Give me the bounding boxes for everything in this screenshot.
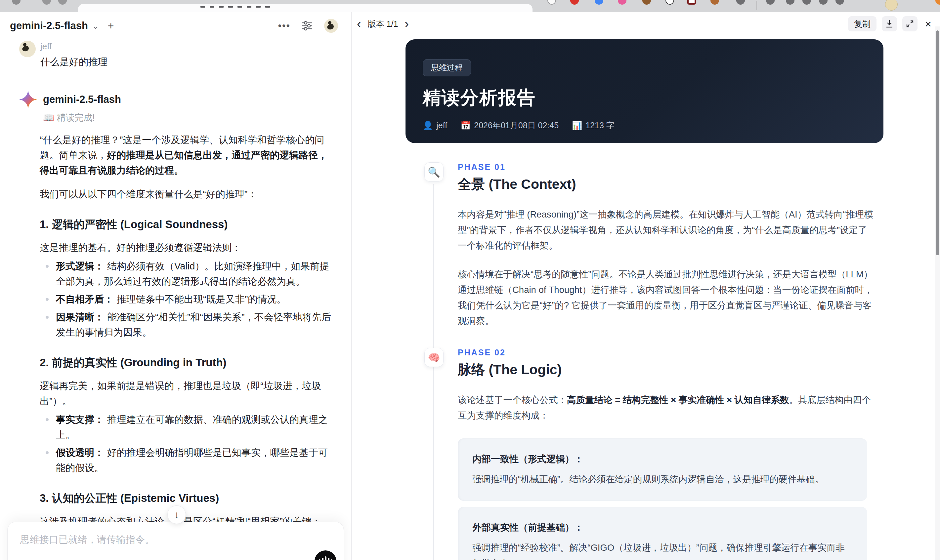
chevron-down-icon[interactable]: ⌄ — [92, 21, 99, 31]
section-lead: 这是推理的基石。好的推理必须遵循逻辑法则： — [40, 240, 335, 255]
brain-icon: 🧠 — [424, 348, 444, 367]
phase-label: PHASE 02 — [458, 348, 940, 357]
user-name: jeff — [40, 41, 108, 52]
dimension-card: 外部真实性（前提基础）： 强调推理的“经验校准”。解决“GIGO（垃圾进，垃圾出… — [458, 507, 867, 560]
user-message: jeff 什么是好的推理 — [19, 41, 333, 69]
close-icon[interactable]: × — [925, 17, 931, 31]
extension-icon[interactable] — [666, 0, 674, 5]
extension-icon[interactable] — [803, 0, 811, 5]
assistant-name: gemini-2.5-flash — [43, 94, 121, 105]
extension-icon[interactable] — [687, 0, 696, 5]
extension-icon[interactable] — [595, 0, 603, 5]
search-icon: 🔍 — [424, 162, 444, 182]
extension-icon[interactable] — [819, 0, 828, 5]
phase-section: 🔍 PHASE 01 全景 (The Context) 本内容是对“推理 (Re… — [405, 162, 940, 329]
browser-toolbar — [0, 0, 940, 12]
browser-icon[interactable] — [58, 0, 67, 5]
model-selector[interactable]: gemini-2.5-flash — [10, 20, 88, 32]
toolbar-divider — [757, 2, 757, 10]
extension-icon[interactable] — [547, 0, 556, 5]
version-next-icon[interactable]: › — [405, 17, 409, 30]
extension-icon[interactable] — [736, 0, 745, 5]
hero-badge: 思维过程 — [423, 59, 471, 76]
scroll-to-bottom-button[interactable]: ↓ — [167, 505, 186, 524]
gemini-logo-icon — [19, 91, 37, 108]
section-heading: 3. 认知的公正性 (Epistemic Virtues) — [40, 491, 335, 505]
chat-input-placeholder: 思维接口已就绪，请传输指令。 — [20, 533, 331, 546]
report-title: 精读分析报告 — [423, 86, 866, 110]
author-name: jeff — [436, 121, 447, 130]
browser-icon[interactable] — [42, 0, 51, 5]
settings-sliders-icon[interactable] — [302, 21, 313, 31]
chat-panel: gemini-2.5-flash ⌄ + ••• jeff — [0, 12, 351, 560]
word-count: 1213 字 — [586, 120, 615, 131]
assistant-message: gemini-2.5-flash 📖 精读完成! “什么是好的推理？”这是一个涉… — [19, 91, 333, 560]
profile-avatar[interactable] — [885, 0, 898, 11]
chat-input[interactable]: 思维接口已就绪，请传输指令。 + ❖ — [7, 522, 344, 560]
extension-icon[interactable] — [786, 0, 794, 5]
version-prev-icon[interactable]: ‹ — [357, 17, 361, 30]
bullet-list: 事实支撑：推理建立在可靠的数据、准确的观测或公认的真理之上。 假设透明：好的推理… — [40, 412, 335, 475]
tab-title-fragment — [200, 6, 270, 8]
report-hero: 思维过程 精读分析报告 👤jeff 📅2026年01月08日 02:45 📊12… — [405, 39, 883, 143]
list-item: 形式逻辑：结构必须有效（Valid）。比如演绎推理中，如果前提全部为真，那么通过… — [46, 258, 335, 289]
dimension-card: 内部一致性（形式逻辑）： 强调推理的“机械正确”。结论必须在给定的规则系统内逻辑… — [458, 438, 867, 501]
artifact-content: 思维过程 精读分析报告 👤jeff 📅2026年01月08日 02:45 📊12… — [351, 35, 940, 560]
phase-title: 脉络 (The Logic) — [458, 361, 940, 379]
section-heading: 1. 逻辑的严密性 (Logical Soundness) — [40, 217, 335, 231]
user-avatar — [19, 41, 36, 57]
calendar-icon: 📅 — [461, 121, 471, 130]
user-message-text: 什么是好的推理 — [40, 55, 108, 69]
artifact-header: ‹ 版本 1/1 › 复制 × — [351, 12, 940, 35]
dimension-cards: 内部一致性（形式逻辑）： 强调推理的“机械正确”。结论必须在给定的规则系统内逻辑… — [458, 438, 867, 560]
copy-button[interactable]: 复制 — [848, 16, 877, 31]
extension-icon[interactable] — [618, 0, 626, 5]
download-button[interactable] — [882, 16, 897, 31]
assistant-message-body: “什么是好的推理？”这是一个涉及逻辑学、认知科学和哲学核心的问题。简单来说，好的… — [40, 132, 335, 560]
chat-header: gemini-2.5-flash ⌄ + ••• — [0, 12, 351, 33]
browser-icon[interactable] — [12, 0, 20, 5]
author-icon: 👤 — [423, 121, 433, 130]
arrow-down-icon: ↓ — [174, 509, 179, 520]
phase-paragraph: 本内容是对“推理 (Reasoning)”这一抽象概念的高层建模。在知识爆炸与人… — [458, 207, 873, 253]
wordcount-icon: 📊 — [572, 121, 582, 130]
artifact-panel: ‹ 版本 1/1 › 复制 × — [351, 12, 940, 560]
list-item: 因果清晰：能准确区分“相关性”和“因果关系”，不会轻率地将先后发生的事情归为因果… — [46, 309, 335, 340]
list-item: 假设透明：好的推理会明确指明哪些是已知事实，哪些是基于可能的假设。 — [46, 445, 335, 475]
extension-icon[interactable] — [642, 0, 651, 5]
extension-icon[interactable] — [766, 0, 775, 5]
phase-label: PHASE 01 — [458, 162, 940, 172]
extension-icon[interactable] — [935, 0, 940, 5]
report-meta: 👤jeff 📅2026年01月08日 02:45 📊1213 字 — [423, 120, 866, 131]
phase-title: 全景 (The Context) — [458, 175, 940, 193]
section-heading: 2. 前提的真实性 (Grounding in Truth) — [40, 356, 335, 369]
new-chat-button[interactable]: + — [108, 20, 114, 32]
expand-button[interactable] — [902, 16, 917, 31]
intro-paragraph: “什么是好的推理？”这是一个涉及逻辑学、认知科学和哲学核心的问题。简单来说，好的… — [40, 132, 335, 178]
section-lead: 逻辑再完美，如果前提是错误的，推理也是垃圾（即“垃圾进，垃圾出”）。 — [40, 378, 335, 409]
voice-input-button[interactable] — [314, 551, 336, 560]
phase-paragraph: 核心情境在于解决“思考的随意性”问题。不论是人类通过批判性思维进行决策，还是大语… — [458, 266, 873, 329]
report-date: 2026年01月08日 02:45 — [474, 120, 559, 131]
browser-tab[interactable] — [78, 4, 533, 12]
scrollbar-thumb[interactable] — [936, 31, 939, 255]
extension-icon[interactable] — [710, 0, 719, 5]
phase-section: 🧠 PHASE 02 脉络 (The Logic) 该论述基于一个核心公式：高质… — [405, 348, 940, 560]
version-label: 版本 1/1 — [368, 18, 398, 29]
list-item: 不自相矛盾：推理链条中不能出现“既是又非”的情况。 — [46, 292, 335, 307]
extension-icon[interactable] — [570, 0, 579, 5]
assistant-status: 📖 精读完成! — [43, 112, 333, 124]
bullet-list: 形式逻辑：结构必须有效（Valid）。比如演绎推理中，如果前提全部为真，那么通过… — [40, 258, 335, 340]
intro-paragraph-2: 我们可以从以下四个维度来衡量什么是“好的推理”： — [40, 186, 335, 202]
user-avatar[interactable] — [324, 19, 338, 33]
more-menu-icon[interactable]: ••• — [278, 20, 290, 31]
extension-icon[interactable] — [835, 0, 844, 5]
list-item: 事实支撑：推理建立在可靠的数据、准确的观测或公认的真理之上。 — [46, 412, 335, 442]
message-list: jeff 什么是好的推理 gemini-2.5-flash 📖 精读完成 — [0, 33, 351, 560]
phase-paragraph: 该论述基于一个核心公式：高质量结论 = 结构完整性 × 事实准确性 × 认知自律… — [458, 392, 873, 423]
scrollbar-track[interactable] — [935, 26, 940, 560]
